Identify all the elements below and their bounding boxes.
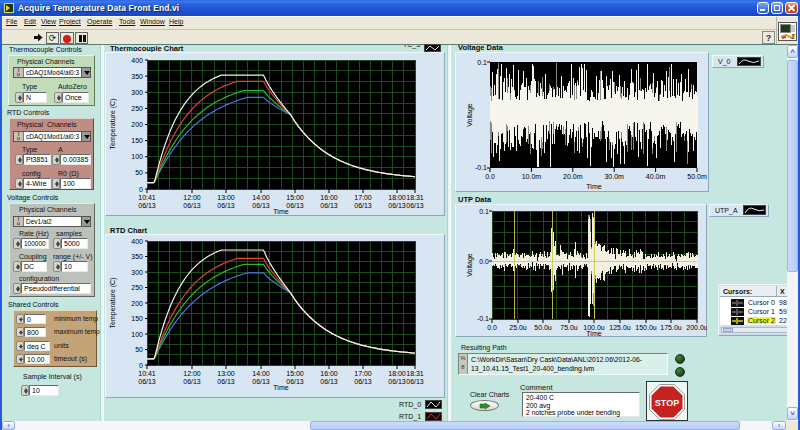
svg-text:Temperature (C): Temperature (C)	[109, 99, 117, 150]
svg-text:125.0u: 125.0u	[609, 324, 631, 331]
svg-text:13:00: 13:00	[217, 370, 235, 377]
svg-text:0.0: 0.0	[479, 258, 489, 265]
svg-text:18:31: 18:31	[406, 194, 424, 201]
svg-text:200: 200	[131, 300, 143, 307]
svg-text:0: 0	[139, 362, 143, 369]
svg-text:50.0m: 50.0m	[687, 173, 707, 180]
svg-text:06/13: 06/13	[320, 378, 338, 385]
svg-text:13:00: 13:00	[217, 194, 235, 201]
svg-text:0: 0	[139, 186, 143, 193]
svg-text:17:00: 17:00	[354, 194, 372, 201]
svg-text:30.0m: 30.0m	[604, 173, 624, 180]
svg-text:300: 300	[131, 89, 143, 96]
svg-text:300: 300	[131, 269, 143, 276]
svg-text:Time: Time	[586, 330, 601, 337]
svg-text:06/13: 06/13	[320, 202, 338, 209]
svg-text:50.0u: 50.0u	[534, 324, 552, 331]
svg-text:400: 400	[131, 238, 143, 245]
svg-text:250: 250	[131, 105, 143, 112]
svg-text:350: 350	[131, 253, 143, 260]
svg-text:06/13: 06/13	[138, 202, 156, 209]
svg-text:14:00: 14:00	[252, 370, 270, 377]
svg-text:06/13: 06/13	[354, 378, 372, 385]
svg-text:06/13: 06/13	[286, 378, 304, 385]
svg-text:06/13: 06/13	[406, 378, 424, 385]
svg-text:Voltage: Voltage	[466, 253, 474, 276]
svg-text:06/13: 06/13	[217, 202, 235, 209]
svg-text:06/13: 06/13	[286, 202, 304, 209]
svg-text:12:00: 12:00	[183, 194, 201, 201]
svg-text:18:00: 18:00	[388, 370, 406, 377]
svg-text:12:00: 12:00	[183, 370, 201, 377]
svg-text:14:00: 14:00	[252, 194, 270, 201]
svg-text:Time: Time	[273, 208, 288, 215]
svg-text:06/13: 06/13	[252, 202, 270, 209]
svg-text:25.0u: 25.0u	[509, 324, 527, 331]
svg-text:200.0u: 200.0u	[686, 324, 707, 331]
svg-text:150.0u: 150.0u	[635, 324, 657, 331]
svg-text:75.0u: 75.0u	[560, 324, 578, 331]
svg-text:10.0m: 10.0m	[522, 173, 542, 180]
svg-text:06/13: 06/13	[406, 202, 424, 209]
svg-text:18:31: 18:31	[406, 370, 424, 377]
svg-text:15:00: 15:00	[286, 194, 304, 201]
svg-text:Time: Time	[586, 183, 601, 190]
svg-text:16:00: 16:00	[320, 194, 338, 201]
svg-text:06/13: 06/13	[138, 378, 156, 385]
svg-text:0.1: 0.1	[477, 59, 487, 66]
svg-text:Time: Time	[273, 384, 288, 391]
svg-text:200: 200	[131, 121, 143, 128]
svg-text:-0.1: -0.1	[475, 164, 487, 171]
svg-text:STOP: STOP	[655, 398, 679, 408]
svg-text:100: 100	[131, 153, 143, 160]
svg-text:Temperature (C): Temperature (C)	[109, 278, 117, 329]
svg-text:06/13: 06/13	[388, 378, 406, 385]
svg-text:10:41: 10:41	[138, 194, 156, 201]
svg-text:150: 150	[131, 137, 143, 144]
svg-text:-0.1: -0.1	[477, 315, 489, 322]
svg-text:06/13: 06/13	[354, 202, 372, 209]
svg-text:40.0m: 40.0m	[646, 173, 666, 180]
svg-text:150: 150	[131, 315, 143, 322]
svg-text:0.1: 0.1	[479, 208, 489, 215]
svg-text:10:41: 10:41	[138, 370, 156, 377]
svg-text:250: 250	[131, 284, 143, 291]
svg-text:0.0: 0.0	[487, 324, 497, 331]
svg-text:06/13: 06/13	[183, 378, 201, 385]
svg-text:15:00: 15:00	[286, 370, 304, 377]
svg-text:Voltage: Voltage	[466, 103, 474, 126]
svg-text:06/13: 06/13	[388, 202, 406, 209]
svg-text:175.0u: 175.0u	[660, 324, 682, 331]
svg-text:50: 50	[135, 169, 143, 176]
svg-text:17:00: 17:00	[354, 370, 372, 377]
svg-text:16:00: 16:00	[320, 370, 338, 377]
svg-text:06/13: 06/13	[217, 378, 235, 385]
svg-text:0.0: 0.0	[485, 173, 495, 180]
svg-text:50: 50	[135, 346, 143, 353]
svg-text:100: 100	[131, 331, 143, 338]
svg-text:06/13: 06/13	[183, 202, 201, 209]
svg-text:350: 350	[131, 73, 143, 80]
svg-text:20.0m: 20.0m	[563, 173, 583, 180]
svg-text:06/13: 06/13	[252, 378, 270, 385]
svg-text:400: 400	[131, 57, 143, 64]
svg-text:18:00: 18:00	[388, 194, 406, 201]
